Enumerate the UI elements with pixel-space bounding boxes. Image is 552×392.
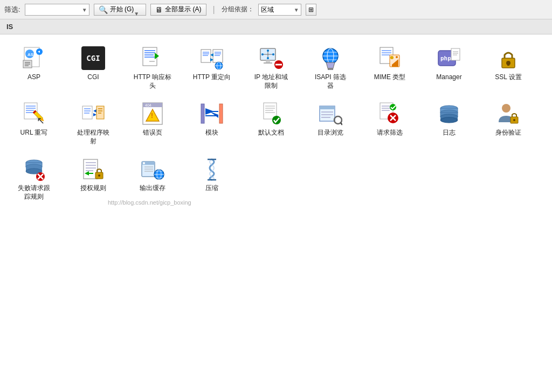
filter-dropdown[interactable] — [25, 4, 89, 16]
icon-error-pages[interactable]: 404 ! 错误页 — [123, 95, 182, 151]
modules-icon-img — [199, 101, 225, 127]
svg-marker-76 — [93, 113, 96, 116]
http-response-icon-img — [140, 45, 165, 71]
ssl-svg — [496, 46, 520, 70]
svg-rect-86 — [201, 104, 204, 123]
svg-text:404: 404 — [145, 103, 151, 107]
dir-browse-svg — [319, 102, 342, 125]
output-cache-icon-img — [140, 156, 165, 182]
icon-request-filter[interactable]: 请求筛选 — [360, 95, 419, 151]
svg-rect-87 — [219, 104, 223, 123]
url-rewrite-label: URL 重写 — [20, 129, 48, 137]
failed-request-icon-img — [21, 156, 47, 182]
failed-request-label: 失败请求跟踪规则 — [18, 184, 50, 201]
section-title: IS — [6, 23, 13, 31]
isapi-label: ISAPI 筛选器 — [315, 73, 346, 90]
http-redirect-icon-img — [199, 45, 225, 71]
icon-cgi[interactable]: CGI CGI — [64, 40, 123, 95]
view-toggle-button[interactable]: ⊞ — [306, 4, 316, 16]
icon-failed-request[interactable]: 失败请求跟踪规则 — [4, 151, 64, 206]
icon-http-redirect[interactable]: HTTP 重定向 — [182, 40, 242, 95]
icon-logging[interactable]: 日志 — [419, 95, 479, 151]
svg-rect-77 — [96, 106, 104, 119]
ssl-icon-img — [495, 45, 521, 71]
icon-compression[interactable]: 压缩 — [182, 151, 242, 206]
svg-point-121 — [502, 104, 510, 113]
modules-label: 模块 — [205, 129, 218, 137]
logging-icon-img — [436, 101, 462, 127]
icon-auth-rules[interactable]: 授权规则 — [64, 151, 123, 206]
request-filter-svg — [378, 102, 402, 125]
isapi-icon-img — [318, 45, 343, 71]
svg-point-138 — [98, 174, 100, 177]
mime-label: MIME 类型 — [374, 73, 406, 82]
icon-url-rewrite[interactable]: ↖ URL 重写 — [4, 95, 64, 151]
svg-rect-30 — [264, 62, 272, 64]
auth-rules-label: 授权规则 — [80, 184, 106, 193]
svg-rect-15 — [201, 50, 211, 62]
icon-mime[interactable]: MIME 类型 — [360, 40, 419, 95]
svg-marker-75 — [93, 109, 96, 113]
svg-line-104 — [341, 123, 342, 125]
logging-svg — [437, 102, 461, 125]
http-response-label: HTTP 响应标头 — [134, 73, 171, 90]
svg-point-53 — [396, 56, 398, 58]
modules-svg — [200, 102, 224, 125]
http-redirect-svg — [200, 46, 224, 70]
start-button[interactable]: 🔍 开始 (G) ▼ — [94, 4, 147, 16]
show-all-button[interactable]: 🖥 全部显示 (A) — [150, 4, 206, 16]
icon-isapi[interactable]: ISAPI 筛选器 — [301, 40, 360, 95]
cgi-box: CGI — [81, 46, 105, 70]
svg-text:!: ! — [151, 112, 153, 120]
logging-label: 日志 — [443, 129, 456, 137]
svg-rect-45 — [328, 68, 333, 69]
toolbar: 筛选: ▼ 🔍 开始 (G) ▼ 🖥 全部显示 (A) | 分组依据： 区域 ▼… — [0, 0, 552, 19]
asp-icon-img: ASP — [21, 45, 47, 71]
view-toggle-icon: ⊞ — [308, 6, 314, 13]
dir-browse-icon-img — [318, 101, 343, 127]
show-all-label: 全部显示 (A) — [165, 5, 201, 14]
svg-point-113 — [390, 104, 396, 110]
output-cache-svg — [141, 157, 164, 181]
group-dropdown-wrapper[interactable]: 区域 ▼ — [258, 4, 301, 16]
group-dropdown[interactable]: 区域 — [258, 4, 301, 16]
output-cache-label: 输出缓存 — [140, 184, 165, 193]
icon-dir-browse[interactable]: 目录浏览 — [301, 95, 360, 151]
handler-label: 处理程序映射 — [77, 129, 109, 145]
failed-request-svg — [22, 157, 46, 181]
icon-output-cache[interactable]: 输出缓存 — [123, 151, 182, 206]
php-manager-svg: php — [437, 46, 461, 70]
auth-rules-icon-img — [80, 156, 106, 182]
dir-browse-label: 目录浏览 — [318, 129, 343, 137]
icon-php-manager[interactable]: php Manager — [419, 40, 479, 95]
svg-point-34 — [261, 53, 264, 55]
svg-point-36 — [267, 57, 269, 59]
icon-http-response[interactable]: HTTP 响应标头 — [123, 40, 182, 95]
http-redirect-label: HTTP 重定向 — [193, 73, 231, 82]
default-doc-label: 默认文档 — [258, 129, 284, 137]
svg-rect-19 — [213, 50, 223, 62]
icon-modules[interactable]: 模块 — [182, 95, 242, 151]
icon-ip-restrict[interactable]: IP 地址和域限制 — [242, 40, 301, 95]
cgi-label: CGI — [87, 73, 99, 82]
filter-label: 筛选: — [4, 5, 20, 15]
svg-rect-71 — [82, 106, 92, 119]
php-manager-icon-img: php — [436, 45, 462, 71]
cgi-icon-img: CGI — [80, 45, 106, 71]
ip-restrict-svg — [258, 46, 284, 70]
icons-grid: ASP ASP CGI CGI — [0, 34, 552, 392]
icon-handler-mappings[interactable]: 处理程序映射 — [64, 95, 123, 151]
svg-point-143 — [143, 162, 145, 164]
svg-point-33 — [267, 50, 269, 52]
icon-auth[interactable]: 身份验证 — [479, 95, 538, 151]
svg-point-35 — [272, 53, 274, 55]
group-by-label: 分组依据： — [222, 5, 254, 14]
filter-dropdown-wrapper[interactable]: ▼ — [25, 4, 89, 16]
icon-ssl[interactable]: SSL 设置 — [479, 40, 538, 95]
svg-rect-99 — [320, 106, 335, 109]
auth-svg — [496, 102, 520, 125]
svg-point-52 — [390, 56, 394, 59]
svg-rect-56 — [451, 48, 460, 60]
icon-asp[interactable]: ASP ASP — [4, 40, 64, 95]
icon-default-doc[interactable]: 默认文档 — [242, 95, 301, 151]
